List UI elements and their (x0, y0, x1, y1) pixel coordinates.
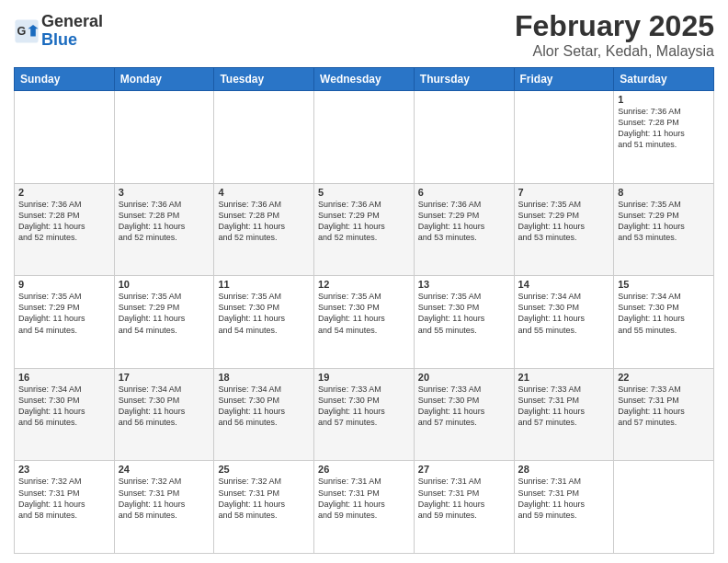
day-info: Sunrise: 7:35 AM Sunset: 7:29 PM Dayligh… (618, 199, 710, 244)
calendar-cell: 15Sunrise: 7:34 AM Sunset: 7:30 PM Dayli… (614, 276, 714, 369)
week-row-3: 16Sunrise: 7:34 AM Sunset: 7:30 PM Dayli… (15, 368, 714, 461)
calendar-cell: 27Sunrise: 7:31 AM Sunset: 7:31 PM Dayli… (414, 461, 514, 554)
day-number: 27 (418, 464, 510, 475)
weekday-header-saturday: Saturday (614, 68, 714, 91)
calendar-body: 1Sunrise: 7:36 AM Sunset: 7:28 PM Daylig… (15, 91, 714, 554)
logo-icon: G (14, 18, 40, 44)
svg-text:G: G (17, 24, 27, 37)
calendar-cell: 17Sunrise: 7:34 AM Sunset: 7:30 PM Dayli… (114, 368, 214, 461)
header: G General Blue February 2025 Alor Setar,… (14, 9, 714, 60)
calendar-cell: 24Sunrise: 7:32 AM Sunset: 7:31 PM Dayli… (114, 461, 214, 554)
day-info: Sunrise: 7:36 AM Sunset: 7:29 PM Dayligh… (318, 199, 410, 244)
calendar-cell: 2Sunrise: 7:36 AM Sunset: 7:28 PM Daylig… (15, 183, 115, 276)
calendar-cell: 21Sunrise: 7:33 AM Sunset: 7:31 PM Dayli… (514, 368, 614, 461)
calendar-cell (614, 461, 714, 554)
calendar-cell: 3Sunrise: 7:36 AM Sunset: 7:28 PM Daylig… (114, 183, 214, 276)
day-info: Sunrise: 7:32 AM Sunset: 7:31 PM Dayligh… (119, 476, 210, 521)
day-number: 19 (318, 372, 410, 383)
calendar-cell (314, 91, 415, 184)
calendar-cell: 9Sunrise: 7:35 AM Sunset: 7:29 PM Daylig… (15, 276, 115, 369)
week-row-0: 1Sunrise: 7:36 AM Sunset: 7:28 PM Daylig… (15, 91, 714, 184)
day-number: 14 (518, 279, 610, 290)
day-info: Sunrise: 7:35 AM Sunset: 7:29 PM Dayligh… (518, 199, 610, 244)
day-number: 9 (18, 279, 110, 290)
day-info: Sunrise: 7:34 AM Sunset: 7:30 PM Dayligh… (119, 384, 210, 429)
day-number: 12 (318, 279, 410, 290)
calendar-cell: 26Sunrise: 7:31 AM Sunset: 7:31 PM Dayli… (314, 461, 415, 554)
weekday-header-tuesday: Tuesday (214, 68, 314, 91)
calendar-cell: 20Sunrise: 7:33 AM Sunset: 7:30 PM Dayli… (414, 368, 514, 461)
week-row-2: 9Sunrise: 7:35 AM Sunset: 7:29 PM Daylig… (15, 276, 714, 369)
calendar-table: SundayMondayTuesdayWednesdayThursdayFrid… (14, 67, 714, 554)
day-info: Sunrise: 7:34 AM Sunset: 7:30 PM Dayligh… (18, 384, 110, 429)
calendar-header: SundayMondayTuesdayWednesdayThursdayFrid… (15, 68, 714, 91)
logo-text: General Blue (41, 13, 103, 50)
day-info: Sunrise: 7:33 AM Sunset: 7:31 PM Dayligh… (518, 384, 610, 429)
weekday-header-sunday: Sunday (15, 68, 115, 91)
day-number: 24 (119, 464, 210, 475)
day-info: Sunrise: 7:36 AM Sunset: 7:28 PM Dayligh… (18, 199, 110, 244)
day-number: 15 (618, 279, 710, 290)
day-info: Sunrise: 7:32 AM Sunset: 7:31 PM Dayligh… (18, 476, 110, 521)
day-info: Sunrise: 7:36 AM Sunset: 7:28 PM Dayligh… (119, 199, 210, 244)
day-info: Sunrise: 7:31 AM Sunset: 7:31 PM Dayligh… (318, 476, 410, 521)
day-number: 17 (119, 372, 210, 383)
day-info: Sunrise: 7:31 AM Sunset: 7:31 PM Dayligh… (418, 476, 510, 521)
day-info: Sunrise: 7:36 AM Sunset: 7:28 PM Dayligh… (218, 199, 310, 244)
day-info: Sunrise: 7:33 AM Sunset: 7:30 PM Dayligh… (318, 384, 410, 429)
logo-blue: Blue (41, 31, 103, 50)
day-info: Sunrise: 7:33 AM Sunset: 7:30 PM Dayligh… (418, 384, 510, 429)
calendar-cell: 19Sunrise: 7:33 AM Sunset: 7:30 PM Dayli… (314, 368, 415, 461)
day-number: 22 (618, 372, 710, 383)
day-info: Sunrise: 7:36 AM Sunset: 7:28 PM Dayligh… (618, 106, 710, 151)
day-number: 21 (518, 372, 610, 383)
calendar-cell (15, 91, 115, 184)
day-number: 10 (119, 279, 210, 290)
day-info: Sunrise: 7:35 AM Sunset: 7:29 PM Dayligh… (18, 291, 110, 336)
weekday-header-thursday: Thursday (414, 68, 514, 91)
day-number: 2 (18, 187, 110, 198)
title-block: February 2025 Alor Setar, Kedah, Malaysi… (515, 9, 714, 60)
day-number: 1 (618, 94, 710, 105)
calendar-cell: 1Sunrise: 7:36 AM Sunset: 7:28 PM Daylig… (614, 91, 714, 184)
calendar-cell: 23Sunrise: 7:32 AM Sunset: 7:31 PM Dayli… (15, 461, 115, 554)
day-number: 13 (418, 279, 510, 290)
page: G General Blue February 2025 Alor Setar,… (0, 0, 728, 563)
day-info: Sunrise: 7:36 AM Sunset: 7:29 PM Dayligh… (418, 199, 510, 244)
sub-title: Alor Setar, Kedah, Malaysia (515, 43, 714, 60)
day-number: 6 (418, 187, 510, 198)
calendar-cell: 8Sunrise: 7:35 AM Sunset: 7:29 PM Daylig… (614, 183, 714, 276)
calendar-cell: 25Sunrise: 7:32 AM Sunset: 7:31 PM Dayli… (214, 461, 314, 554)
day-info: Sunrise: 7:34 AM Sunset: 7:30 PM Dayligh… (518, 291, 610, 336)
day-number: 18 (218, 372, 310, 383)
calendar-cell: 22Sunrise: 7:33 AM Sunset: 7:31 PM Dayli… (614, 368, 714, 461)
day-number: 4 (218, 187, 310, 198)
day-info: Sunrise: 7:33 AM Sunset: 7:31 PM Dayligh… (618, 384, 710, 429)
day-number: 7 (518, 187, 610, 198)
calendar-cell: 10Sunrise: 7:35 AM Sunset: 7:29 PM Dayli… (114, 276, 214, 369)
logo-general: General (41, 13, 103, 31)
day-number: 3 (119, 187, 210, 198)
calendar-cell (414, 91, 514, 184)
day-number: 8 (618, 187, 710, 198)
main-title: February 2025 (515, 9, 714, 43)
calendar-cell (114, 91, 214, 184)
weekday-header-monday: Monday (114, 68, 214, 91)
day-number: 11 (218, 279, 310, 290)
calendar-cell: 4Sunrise: 7:36 AM Sunset: 7:28 PM Daylig… (214, 183, 314, 276)
calendar-cell: 13Sunrise: 7:35 AM Sunset: 7:30 PM Dayli… (414, 276, 514, 369)
day-info: Sunrise: 7:35 AM Sunset: 7:30 PM Dayligh… (318, 291, 410, 336)
calendar-cell (214, 91, 314, 184)
logo: G General Blue (14, 13, 103, 50)
day-info: Sunrise: 7:34 AM Sunset: 7:30 PM Dayligh… (618, 291, 710, 336)
week-row-1: 2Sunrise: 7:36 AM Sunset: 7:28 PM Daylig… (15, 183, 714, 276)
day-info: Sunrise: 7:31 AM Sunset: 7:31 PM Dayligh… (518, 476, 610, 521)
calendar-cell: 28Sunrise: 7:31 AM Sunset: 7:31 PM Dayli… (514, 461, 614, 554)
weekday-header-friday: Friday (514, 68, 614, 91)
day-info: Sunrise: 7:32 AM Sunset: 7:31 PM Dayligh… (218, 476, 310, 521)
day-number: 20 (418, 372, 510, 383)
calendar-cell: 12Sunrise: 7:35 AM Sunset: 7:30 PM Dayli… (314, 276, 415, 369)
calendar-cell: 6Sunrise: 7:36 AM Sunset: 7:29 PM Daylig… (414, 183, 514, 276)
weekday-header-row: SundayMondayTuesdayWednesdayThursdayFrid… (15, 68, 714, 91)
calendar-cell: 14Sunrise: 7:34 AM Sunset: 7:30 PM Dayli… (514, 276, 614, 369)
